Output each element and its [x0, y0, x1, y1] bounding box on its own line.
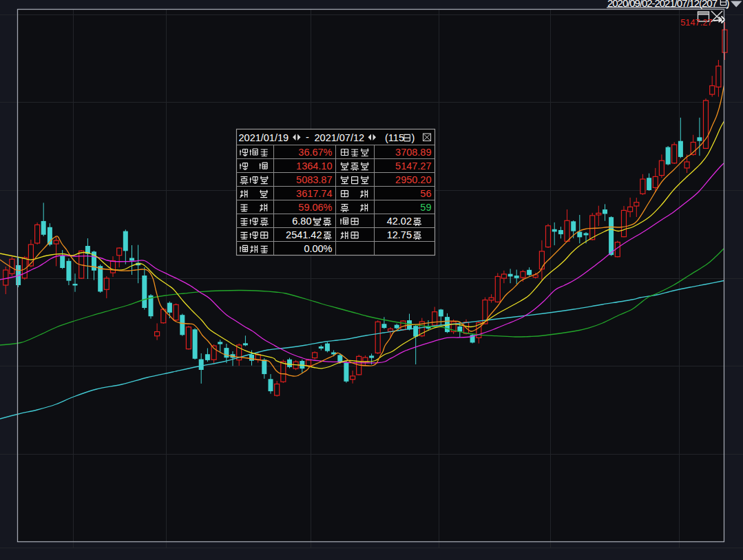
svg-text:-: -	[306, 132, 309, 143]
svg-text:0.00%: 0.00%	[304, 243, 332, 254]
svg-text:3708.89: 3708.89	[395, 147, 431, 158]
svg-text:(115: (115	[385, 132, 404, 143]
svg-text:1364.10: 1364.10	[296, 160, 332, 172]
svg-text:42.02: 42.02	[387, 216, 412, 227]
svg-text:2541.42: 2541.42	[286, 229, 322, 240]
svg-text:6.80: 6.80	[292, 216, 311, 227]
svg-text:36.67%: 36.67%	[298, 147, 332, 158]
svg-text:12.75: 12.75	[387, 229, 412, 240]
svg-text:56: 56	[420, 188, 431, 199]
svg-text:): )	[412, 132, 415, 143]
svg-text:5147.27: 5147.27	[680, 17, 712, 28]
svg-text:2021/01/19: 2021/01/19	[239, 132, 289, 143]
svg-text:59: 59	[420, 202, 431, 213]
svg-text:5147.27: 5147.27	[395, 160, 431, 172]
svg-text:2021/07/12: 2021/07/12	[315, 132, 365, 143]
svg-text:59.06%: 59.06%	[298, 202, 332, 213]
svg-text:2950.20: 2950.20	[395, 174, 431, 185]
svg-text:5083.87: 5083.87	[296, 174, 332, 185]
svg-text:3617.74: 3617.74	[296, 188, 332, 199]
